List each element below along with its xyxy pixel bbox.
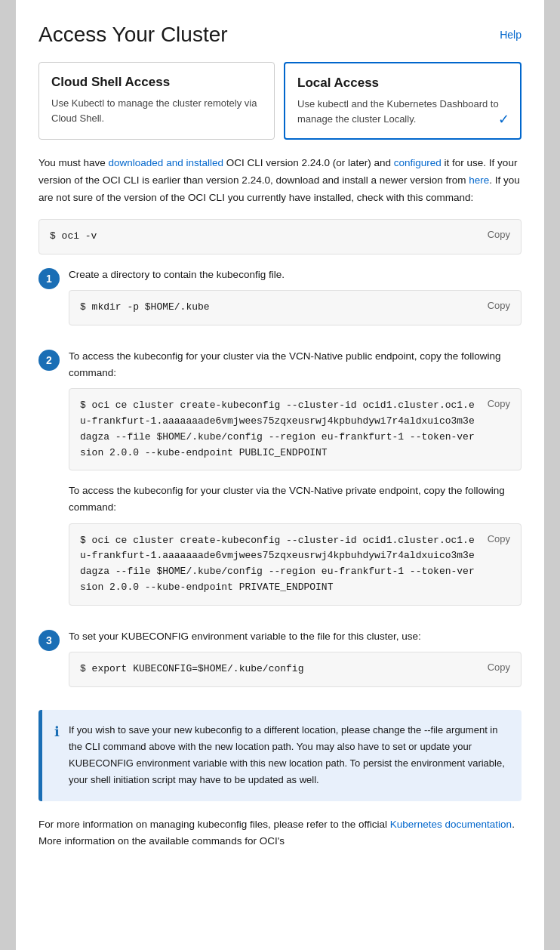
step-2-row: 2 To access the kubeconfig for your clus…	[38, 348, 522, 618]
step-3-copy-button[interactable]: Copy	[478, 662, 510, 673]
step-1-row: 1 Create a directory to contain the kube…	[38, 267, 522, 338]
version-check-copy-button[interactable]: Copy	[478, 229, 510, 240]
configured-link[interactable]: configured	[394, 157, 442, 168]
step-1-command: $ mkdir -p $HOME/.kube	[80, 300, 478, 316]
kubernetes-docs-link[interactable]: Kubernetes documentation	[390, 819, 512, 830]
cloud-shell-tab-title: Cloud Shell Access	[51, 75, 262, 90]
step-1-circle: 1	[38, 268, 60, 289]
step-2-private-desc: To access the kubeconfig for your cluste…	[69, 483, 522, 515]
step-3-circle: 3	[38, 630, 60, 651]
step-2-public-command: $ oci ce cluster create-kubeconfig --clu…	[80, 398, 478, 461]
step-2-public-desc: To access the kubeconfig for your cluste…	[69, 348, 522, 381]
modal-title: Access Your Cluster	[38, 23, 228, 47]
access-cluster-modal: Access Your Cluster Help Cloud Shell Acc…	[16, 0, 544, 950]
description-paragraph: You must have downloaded and installed O…	[38, 155, 522, 207]
step-3-command-block: $ export KUBECONFIG=$HOME/.kube/config C…	[69, 652, 522, 687]
step-2-private-copy-button[interactable]: Copy	[478, 533, 510, 544]
version-check-block: $ oci -v Copy	[38, 219, 522, 254]
footer-text: For more information on managing kubecon…	[38, 816, 522, 851]
step-1-command-block: $ mkdir -p $HOME/.kube Copy	[69, 290, 522, 325]
here-link[interactable]: here	[469, 174, 489, 186]
local-access-tab-title: Local Access	[297, 76, 508, 91]
step-1-content: Create a directory to contain the kubeco…	[69, 267, 522, 338]
step-2-circle: 2	[38, 350, 60, 371]
local-access-tab-desc: Use kubectl and the Kubernetes Dashboard…	[297, 97, 508, 126]
version-check-command: $ oci -v	[50, 229, 478, 245]
step-2-private-command-block: $ oci ce cluster create-kubeconfig --clu…	[69, 523, 522, 606]
step-3-content: To set your KUBECONFIG environment varia…	[69, 628, 522, 699]
access-tabs: Cloud Shell Access Use Kubectl to manage…	[38, 62, 522, 140]
step-1-desc: Create a directory to contain the kubeco…	[69, 267, 522, 283]
cloud-shell-tab[interactable]: Cloud Shell Access Use Kubectl to manage…	[38, 62, 275, 140]
step-3-desc: To set your KUBECONFIG environment varia…	[69, 628, 522, 645]
step-2-content: To access the kubeconfig for your cluste…	[69, 348, 522, 618]
download-install-link[interactable]: downloaded and installed	[109, 157, 223, 168]
local-access-tab[interactable]: Local Access Use kubectl and the Kuberne…	[284, 62, 522, 140]
step-3-command: $ export KUBECONFIG=$HOME/.kube/config	[80, 662, 478, 677]
step-2-public-copy-button[interactable]: Copy	[478, 398, 510, 409]
info-box-text: If you wish to save your new kubeconfig …	[69, 722, 509, 788]
check-icon: ✓	[498, 111, 509, 128]
info-icon: ℹ	[54, 723, 60, 788]
modal-header: Access Your Cluster Help	[38, 23, 522, 47]
step-3-row: 3 To set your KUBECONFIG environment var…	[38, 628, 522, 699]
step-2-public-command-block: $ oci ce cluster create-kubeconfig --clu…	[69, 388, 522, 470]
step-1-copy-button[interactable]: Copy	[478, 300, 510, 311]
step-2-private-command: $ oci ce cluster create-kubeconfig --clu…	[80, 533, 478, 596]
info-box: ℹ If you wish to save your new kubeconfi…	[38, 710, 522, 800]
cloud-shell-tab-desc: Use Kubectl to manage the cluster remote…	[51, 96, 262, 125]
help-link[interactable]: Help	[500, 29, 522, 41]
